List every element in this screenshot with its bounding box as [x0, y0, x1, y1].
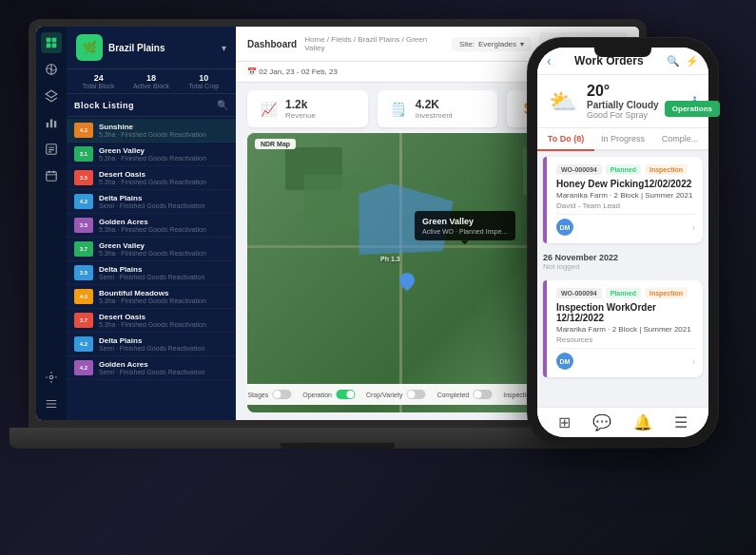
toggle-operation: Operation — [302, 390, 355, 399]
wo-type-badge-2: Inspection — [645, 288, 688, 298]
investment-value: 4.2K — [416, 98, 453, 111]
sidebar-item-map[interactable] — [41, 59, 62, 80]
block-listing-panel: 🌿 Brazil Plains ▾ 24 Total Block 18 — [67, 27, 236, 420]
work-orders-list: WO-000094 Planned Inspection Honey Dew P… — [537, 151, 708, 407]
svg-rect-9 — [54, 121, 56, 127]
site-selector[interactable]: Site: Everglades ▾ — [452, 37, 532, 51]
wo-title-1: Honey Dew Picking12/02/2022 — [556, 179, 695, 189]
stat-active-block: 18 Active Block — [126, 73, 175, 89]
sidebar-item-calendar[interactable] — [41, 165, 62, 186]
block-item[interactable]: 3.7 Desert Oasis 5.3ha · Finished Goods … — [67, 309, 236, 333]
scene: 🌿 Brazil Plains ▾ 24 Total Block 18 — [0, 0, 756, 555]
toggle-completed: Completed — [436, 390, 492, 399]
map-tooltip: Green Valley Active WO · Planned Inspe..… — [415, 211, 515, 240]
block-item[interactable]: 4.2 Delta Plains Semi · Finished Goods R… — [67, 333, 236, 356]
wo-avatar-2: DM — [556, 353, 573, 370]
svg-rect-14 — [47, 172, 57, 181]
block-list: 4.2 Sunshine 5.3ha · Finished Goods Reac… — [67, 117, 236, 420]
map-field-label: Ph 1.3 — [380, 256, 400, 262]
svg-rect-2 — [47, 44, 51, 48]
svg-rect-8 — [50, 120, 52, 128]
nav-menu-icon[interactable]: ☰ — [674, 413, 688, 431]
tab-completed[interactable]: Comple... — [651, 128, 708, 149]
block-item[interactable]: 4.2 Sunshine 5.3ha · Finished Goods Reac… — [67, 119, 236, 143]
sidebar-item-home[interactable] — [41, 32, 62, 53]
operation-toggle[interactable] — [336, 390, 355, 399]
wo-farm-2: Mararika Farm · 2 Block | Summer 2021 — [556, 325, 695, 334]
stat-total-crop: 10 Total Crop — [180, 73, 228, 89]
map-road-vertical — [399, 133, 402, 412]
sidebar-item-layers[interactable] — [41, 86, 62, 106]
sidebar-item-analytics[interactable] — [41, 112, 62, 133]
svg-point-18 — [49, 375, 53, 379]
wo-id-badge-2: WO-000094 — [556, 288, 602, 298]
block-item[interactable]: 3.5 Delta Plains Semi · Finished Goods R… — [67, 261, 236, 285]
farm-selector-arrow: ▾ — [222, 43, 226, 53]
wo-farm-1: Maranika Farm · 2 Block | Summer 2021 — [556, 191, 695, 200]
work-order-card-2[interactable]: WO-000094 Planned Inspection Inspection … — [543, 280, 703, 377]
block-listing-header: Block Listing 🔍 — [67, 94, 236, 117]
wo-card-accent-2 — [543, 280, 547, 377]
wo-date: 26 November 2022 — [543, 253, 703, 262]
phone-back-button[interactable]: ‹ — [547, 53, 552, 68]
wo-divider-1 — [556, 214, 695, 215]
block-item[interactable]: 4.2 Delta Plains Semi · Finished Goods R… — [67, 190, 236, 214]
operations-button[interactable]: Operations — [665, 101, 720, 117]
stat-total-block: 24 Total Block — [74, 73, 123, 89]
wo-badges-1: WO-000094 Planned Inspection — [556, 164, 695, 175]
wo-chevron-1: › — [692, 222, 695, 233]
crop-variety-1-toggle[interactable] — [406, 390, 425, 399]
sidebar-item-tasks[interactable] — [41, 139, 62, 160]
wo-card-content-1: WO-000094 Planned Inspection Honey Dew P… — [551, 164, 695, 236]
stages-toggle[interactable] — [272, 390, 291, 399]
investment-icon: 🗒️ — [389, 100, 408, 119]
wo-avatar-1: DM — [556, 219, 573, 236]
tab-inprogress[interactable]: In Progress — [594, 128, 651, 149]
dashboard-title: Dashboard — [247, 39, 297, 49]
block-item[interactable]: 3.1 Green Valley 5.3ha · Finished Goods … — [67, 143, 236, 166]
tab-todo[interactable]: To Do (8) — [537, 128, 594, 149]
wo-id-badge-1: WO-000094 — [556, 164, 602, 175]
block-item[interactable]: 3.7 Green Valley 5.3ha · Finished Goods … — [67, 238, 236, 261]
stats-row: 24 Total Block 18 Active Block 10 Total … — [67, 69, 236, 94]
block-item[interactable]: 3.5 Desert Oasis 5.3ha · Finished Goods … — [67, 166, 236, 190]
wo-chevron-2: › — [692, 356, 695, 367]
block-item[interactable]: 4.0 Bountiful Meadows 5.3ha · Finished G… — [67, 285, 236, 309]
toggle-crop-variety-1: Crop/Variety — [366, 390, 425, 399]
wo-planned-badge-2: Planned — [606, 288, 641, 298]
sidebar-item-menu[interactable] — [41, 393, 62, 414]
completed-toggle[interactable] — [473, 390, 492, 399]
svg-rect-3 — [52, 44, 57, 48]
farm-selector[interactable]: Brazil Plains — [108, 43, 216, 53]
sidebar-header: 🌿 Brazil Plains ▾ — [67, 27, 236, 69]
sidebar-item-settings[interactable] — [41, 367, 62, 388]
phone-notch — [594, 48, 651, 57]
svg-rect-0 — [47, 38, 51, 43]
weather-temperature: 20° — [587, 83, 683, 100]
wo-card-accent-1 — [543, 157, 547, 243]
nav-notifications-icon[interactable]: 🔔 — [633, 413, 652, 431]
phone-header-icons: 🔍 ⚡ — [667, 55, 699, 67]
phone: ‹ Work Orders 🔍 ⚡ ⛅ 20° Partially Cloudy… — [528, 38, 718, 447]
date-range: 📅 02 Jan, 23 - 02 Feb, 23 — [247, 67, 338, 76]
toggle-stages: Stages — [247, 390, 291, 399]
nav-messages-icon[interactable]: 💬 — [592, 413, 611, 431]
metric-investment: 🗒️ 4.2K Investment — [378, 90, 498, 127]
nav-home-icon[interactable]: ⊞ — [558, 413, 571, 431]
phone-tabs: To Do (8) In Progress Comple... — [537, 128, 708, 151]
wo-resources-2: Resources — [556, 335, 695, 344]
wo-not-logged: Not logged — [543, 262, 703, 271]
breadcrumb: Home / Fields / Brazil Plains / Green Va… — [304, 35, 436, 52]
phone-search-icon[interactable]: 🔍 — [667, 55, 680, 67]
ndr-map-button[interactable]: NDR Map — [255, 139, 296, 149]
block-item[interactable]: 4.2 Golden Acres Semi · Finished Goods R… — [67, 356, 236, 380]
phone-nav-bar: ⊞ 💬 🔔 ☰ — [537, 407, 708, 437]
block-search-icon[interactable]: 🔍 — [217, 100, 228, 110]
block-item[interactable]: 3.5 Golden Acres 5.3ha · Finished Goods … — [67, 214, 236, 238]
svg-rect-7 — [47, 123, 48, 127]
left-sidebar — [36, 27, 67, 420]
wo-title-2: Inspection WorkOrder 12/12/2022 — [556, 302, 695, 323]
work-order-card-1[interactable]: WO-000094 Planned Inspection Honey Dew P… — [543, 157, 703, 243]
wo-badges-2: WO-000094 Planned Inspection — [556, 288, 695, 298]
phone-filter-icon[interactable]: ⚡ — [686, 55, 699, 67]
